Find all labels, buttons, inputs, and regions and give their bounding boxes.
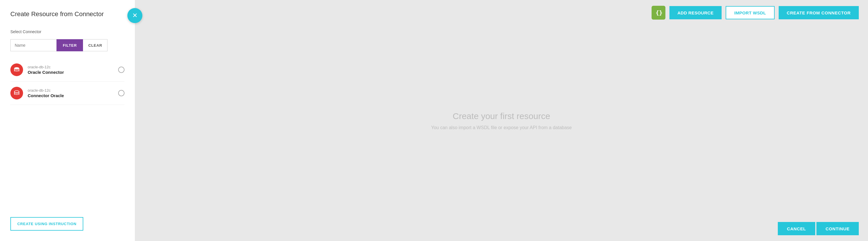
filter-row: FILTER CLEAR — [10, 39, 124, 51]
add-resource-button[interactable]: ADD RESOURCE — [670, 6, 722, 19]
cancel-button[interactable]: CANCEL — [778, 222, 815, 235]
connector-name-1: Oracle Connector — [28, 70, 114, 75]
create-from-connector-button[interactable]: CREATE FROM CONNECTOR — [779, 6, 859, 19]
radio-1[interactable] — [118, 67, 124, 73]
close-icon: ✕ — [132, 12, 137, 19]
bottom-actions: CANCEL CONTINUE — [135, 216, 868, 241]
connector-name-2: Connector Oracle — [28, 93, 114, 98]
connector-db-2: oracle-db-12c — [28, 88, 114, 93]
connector-icon-2 — [10, 87, 23, 99]
panel-title: Create Resource from Connector — [10, 10, 124, 18]
filter-button[interactable]: FILTER — [57, 39, 83, 51]
close-button[interactable]: ✕ — [127, 8, 142, 23]
left-panel: Create Resource from Connector Select Co… — [0, 0, 135, 241]
db-icon-1 — [13, 67, 20, 73]
braces-icon: {} — [655, 9, 662, 17]
svg-text:{}: {} — [656, 9, 662, 16]
connector-info-1: oracle-db-12c Oracle Connector — [28, 65, 114, 75]
db-icon-2 — [13, 90, 20, 96]
toolbar: {} ADD RESOURCE IMPORT WSDL CREATE FROM … — [135, 0, 868, 25]
connector-db-1: oracle-db-12c — [28, 65, 114, 69]
connector-list: oracle-db-12c Oracle Connector oracle-db… — [10, 58, 124, 208]
import-wsdl-button[interactable]: IMPORT WSDL — [726, 6, 775, 19]
svg-point-3 — [14, 91, 19, 92]
clear-button[interactable]: CLEAR — [83, 39, 107, 51]
create-using-instruction-button[interactable]: CREATE USING INSTRUCTION — [10, 217, 83, 231]
continue-button[interactable]: CONTINUE — [816, 222, 859, 235]
list-item[interactable]: oracle-db-12c Oracle Connector — [10, 58, 124, 82]
name-input[interactable] — [10, 39, 57, 51]
right-panel: {} ADD RESOURCE IMPORT WSDL CREATE FROM … — [135, 0, 868, 241]
center-content: Create your first resource You can also … — [135, 25, 868, 216]
select-connector-label: Select Connector — [10, 29, 124, 34]
center-title: Create your first resource — [453, 111, 550, 121]
list-item[interactable]: oracle-db-12c Connector Oracle — [10, 82, 124, 105]
resource-icon-button[interactable]: {} — [652, 6, 665, 20]
center-subtitle: You can also import a WSDL file or expos… — [431, 125, 572, 130]
radio-2[interactable] — [118, 90, 124, 96]
connector-info-2: oracle-db-12c Connector Oracle — [28, 88, 114, 98]
connector-icon-1 — [10, 63, 23, 76]
